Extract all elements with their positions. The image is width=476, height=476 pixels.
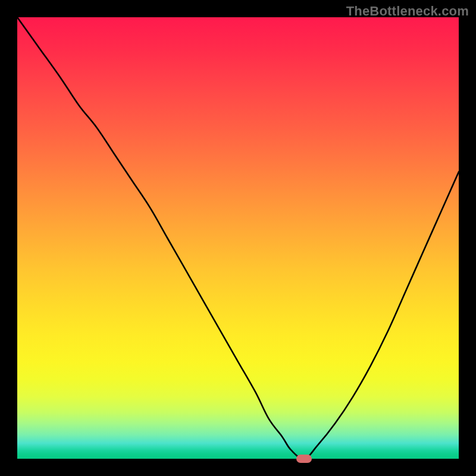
- curve-layer: [17, 17, 459, 459]
- bottleneck-curve: [17, 17, 459, 459]
- watermark-text: TheBottleneck.com: [346, 4, 469, 19]
- minimum-marker: [296, 455, 312, 463]
- chart-frame: TheBottleneck.com: [0, 0, 476, 476]
- plot-area: [17, 17, 459, 459]
